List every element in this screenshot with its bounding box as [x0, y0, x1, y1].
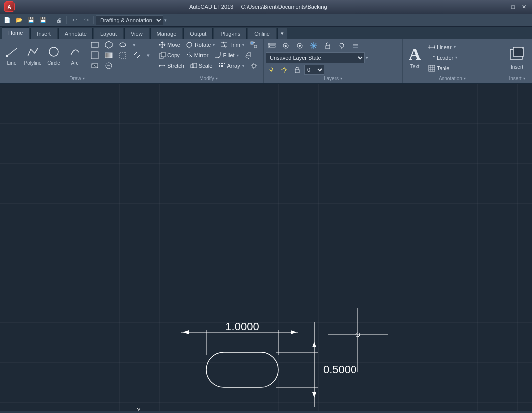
- revision-btn[interactable]: [102, 61, 115, 71]
- array-dropdown[interactable]: ▾: [242, 64, 244, 68]
- layer-sun-btn[interactable]: [278, 65, 290, 75]
- polyline-tool-btn[interactable]: Polyline: [23, 40, 43, 71]
- layer-off-btn[interactable]: [335, 41, 348, 51]
- undo-btn[interactable]: ↩: [69, 15, 80, 25]
- tab-manage[interactable]: Manage: [150, 28, 183, 39]
- tab-insert[interactable]: Insert: [30, 28, 57, 39]
- insert-block-btn[interactable]: Insert: [505, 42, 530, 73]
- svg-rect-38: [221, 63, 223, 64]
- svg-point-5: [120, 43, 126, 47]
- draw-panel-label[interactable]: Draw: [2, 75, 152, 82]
- line-tool-btn[interactable]: Line: [2, 40, 22, 71]
- more-draw2-btn[interactable]: ▾: [144, 50, 152, 60]
- tab-view[interactable]: View: [124, 28, 149, 39]
- tab-annotate[interactable]: Annotate: [58, 28, 93, 39]
- layer-isolate-icon: [296, 42, 304, 50]
- more-draw-btn[interactable]: ▾: [130, 40, 138, 50]
- stretch-btn[interactable]: Stretch: [156, 61, 187, 71]
- layer-match-btn[interactable]: [349, 41, 362, 51]
- layer-state-dropdown[interactable]: Unsaved Layer State: [266, 52, 365, 63]
- mirror-btn[interactable]: Mirror: [183, 50, 211, 60]
- explode-btn[interactable]: [248, 61, 260, 71]
- layers-panel-label[interactable]: Layers: [266, 75, 400, 82]
- fillet-dropdown[interactable]: ▾: [237, 53, 239, 58]
- svg-line-8: [91, 52, 95, 55]
- svg-rect-11: [105, 53, 112, 58]
- mirror-icon: [186, 52, 193, 59]
- layer-isolate-btn[interactable]: [293, 41, 306, 51]
- gradient-btn[interactable]: [102, 50, 115, 60]
- region-btn[interactable]: [130, 50, 143, 60]
- svg-point-49: [269, 43, 270, 44]
- redo-btn[interactable]: ↪: [81, 15, 91, 25]
- layer-number-input[interactable]: 0: [304, 65, 324, 75]
- layer-lock2-btn[interactable]: [291, 65, 303, 75]
- circle-tool-btn[interactable]: Circle: [44, 40, 64, 71]
- move-btn[interactable]: Move: [156, 40, 183, 50]
- print-btn[interactable]: 🖨: [53, 15, 64, 25]
- circle-label: Circle: [47, 60, 60, 66]
- line-label: Line: [7, 60, 17, 66]
- arc-tool-btn[interactable]: Arc: [65, 40, 85, 71]
- rotate-btn[interactable]: Rotate ▾: [184, 40, 217, 50]
- save-btn[interactable]: 💾: [26, 15, 37, 25]
- table-icon: [428, 65, 435, 72]
- layers-panel: Unsaved Layer State ▾: [264, 39, 403, 83]
- arc-label: Arc: [71, 60, 79, 66]
- layer-props-btn[interactable]: [266, 41, 278, 51]
- trim-dropdown[interactable]: ▾: [242, 43, 244, 47]
- tab-layout[interactable]: Layout: [94, 28, 123, 39]
- revision-icon: [105, 62, 113, 70]
- explode-icon: [250, 62, 257, 69]
- svg-marker-30: [246, 53, 251, 59]
- text-tool-btn[interactable]: A Text: [405, 42, 425, 73]
- tab-more[interactable]: ▾: [277, 28, 287, 39]
- hatch-btn[interactable]: [89, 50, 101, 60]
- rect-btn[interactable]: [89, 40, 101, 50]
- lock2-icon: [294, 66, 301, 73]
- tab-plugins[interactable]: Plug-ins: [214, 28, 247, 39]
- copy-btn[interactable]: Copy: [156, 50, 182, 60]
- linear-dropdown[interactable]: ▾: [454, 45, 456, 49]
- boundary-btn[interactable]: [116, 50, 129, 60]
- maximize-btn[interactable]: □: [509, 4, 517, 10]
- table-btn[interactable]: Table: [426, 63, 452, 73]
- insert-panel-label[interactable]: Insert: [504, 75, 530, 82]
- boundary-icon: [119, 51, 127, 59]
- tab-home[interactable]: Home: [2, 27, 29, 39]
- close-btn[interactable]: ✕: [520, 4, 528, 10]
- annotation-panel-label[interactable]: Annotation: [405, 75, 500, 82]
- minimize-btn[interactable]: ─: [499, 4, 507, 10]
- polygon-btn[interactable]: [102, 40, 115, 50]
- fillet-btn[interactable]: Fillet ▾: [212, 50, 241, 60]
- svg-rect-37: [219, 63, 220, 64]
- tab-output[interactable]: Output: [183, 28, 213, 39]
- layer-freeze-btn[interactable]: [307, 41, 320, 51]
- layer-state-btn[interactable]: [279, 41, 292, 51]
- new-file-btn[interactable]: 📄: [2, 15, 13, 25]
- layer-bulb-btn[interactable]: [266, 65, 277, 75]
- layer-lock-btn[interactable]: [321, 41, 334, 51]
- ellipse-btn[interactable]: [116, 40, 129, 50]
- svg-marker-24: [254, 42, 255, 43]
- open-file-btn[interactable]: 📂: [14, 15, 25, 25]
- y-axis-label: Y: [137, 407, 141, 411]
- leader-dropdown[interactable]: ▾: [455, 55, 457, 60]
- trim-btn[interactable]: Trim ▾: [218, 40, 247, 50]
- erase-btn[interactable]: [242, 50, 254, 60]
- scale-btn[interactable]: Scale: [188, 61, 215, 71]
- workspace-selector[interactable]: Drafting & Annotation: [96, 15, 163, 25]
- canvas-area[interactable]: 1.0000 0.5000 Y X: [0, 84, 532, 411]
- wipeout-btn[interactable]: [89, 61, 101, 71]
- modify-panel-label[interactable]: Modify: [156, 75, 261, 82]
- match-props-btn[interactable]: [248, 40, 260, 50]
- rotate-dropdown[interactable]: ▾: [213, 43, 215, 47]
- sun-icon: [281, 66, 288, 73]
- leader-btn[interactable]: Leader ▾: [426, 53, 460, 63]
- linear-dim-btn[interactable]: Linear ▾: [426, 42, 458, 52]
- array-btn[interactable]: Array ▾: [216, 61, 246, 71]
- drawing-canvas: 1.0000 0.5000 Y X: [0, 84, 532, 411]
- svg-rect-42: [252, 64, 255, 67]
- tab-online[interactable]: Online: [248, 28, 276, 39]
- saveas-btn[interactable]: 💾: [38, 15, 49, 25]
